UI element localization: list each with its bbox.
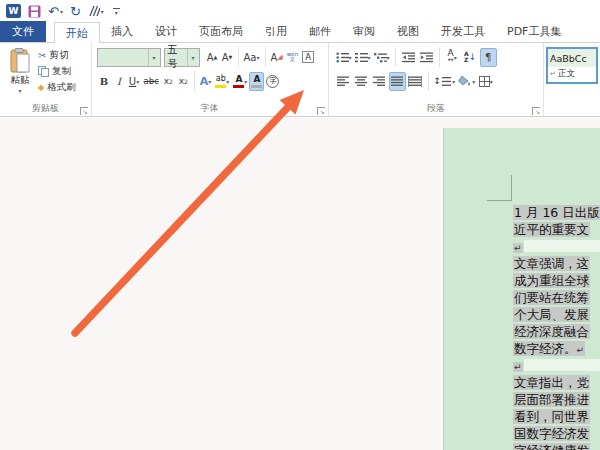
text-line[interactable]: 成为重组全球 <box>513 272 600 289</box>
font-size-dropdown-icon[interactable]: ▾ <box>192 54 195 61</box>
asian-layout-dropdown-icon[interactable]: ▾ <box>454 54 457 61</box>
text-line[interactable]: 个大局、发展 <box>513 306 600 323</box>
justify-icon <box>391 76 403 87</box>
undo-dropdown-icon[interactable]: ▾ <box>60 8 63 15</box>
highlight-dropdown-icon[interactable]: ▾ <box>226 78 229 85</box>
line-spacing-button[interactable]: ↕ ▾ <box>433 72 457 91</box>
show-hide-marks-button[interactable]: ¶ <box>480 48 497 67</box>
align-left-button[interactable] <box>335 72 352 91</box>
text-line[interactable]: 字经济健康发 <box>513 442 600 450</box>
text-line[interactable]: 们要站在统筹 <box>513 289 600 306</box>
tab-design[interactable]: 设计 <box>144 21 188 42</box>
distribute-button[interactable] <box>407 72 424 91</box>
asian-layout-button[interactable]: A ↔ ▾ <box>444 48 461 67</box>
tab-developer[interactable]: 开发工具 <box>430 21 496 42</box>
case-dropdown-icon[interactable]: ▾ <box>257 54 260 61</box>
superscript-button[interactable]: x2 <box>176 72 191 91</box>
tab-references[interactable]: 引用 <box>254 21 298 42</box>
character-shading-button[interactable]: A <box>249 72 264 91</box>
tab-page-layout[interactable]: 页面布局 <box>188 21 254 42</box>
text-effects-icon: A <box>200 75 209 88</box>
underline-button[interactable]: U ▾ <box>127 72 142 91</box>
font-name-dropdown-icon[interactable]: ▾ <box>153 54 156 61</box>
text-line[interactable]: 层面部署推进 <box>513 391 600 408</box>
text-line[interactable]: 1 月 16 日出版 <box>513 204 600 221</box>
numbering-button[interactable]: ▾ <box>354 48 372 67</box>
bullets-dropdown-icon[interactable]: ▾ <box>349 54 352 61</box>
sort-button[interactable]: A Z ↓ <box>462 48 479 67</box>
paragraph-dialog-launcher[interactable]: ↘ <box>532 107 540 115</box>
tab-view[interactable]: 视图 <box>386 21 430 42</box>
character-border-button[interactable]: A <box>300 48 316 67</box>
text-line[interactable]: 经济深度融合 <box>513 323 600 340</box>
strikethrough-button[interactable]: abc <box>142 72 161 91</box>
text-highlight-button[interactable]: ab ▾ <box>213 72 231 91</box>
word-window: W ↶ ▾ ↻ ▾ ▾ 文件 开始 插入 设计 <box>0 0 600 450</box>
ink-dropdown-icon[interactable]: ▾ <box>101 8 104 15</box>
undo-button[interactable]: ↶ ▾ <box>48 4 63 19</box>
paste-dropdown-icon[interactable]: ▾ <box>18 87 21 94</box>
tab-pdf-tools[interactable]: PDF工具集 <box>496 21 572 42</box>
font-size-combo[interactable]: 五号 ▾ <box>164 48 200 67</box>
line-spacing-dropdown-icon[interactable]: ▾ <box>452 78 455 85</box>
italic-button[interactable]: I <box>112 72 127 91</box>
style-normal-item[interactable]: AaBbCc ↵ 正文 <box>546 47 598 84</box>
font-color-button[interactable]: A ▾ <box>231 72 249 91</box>
grow-font-button[interactable]: A▲ <box>205 48 220 67</box>
margin-crop-mark <box>487 200 512 201</box>
underline-dropdown-icon[interactable]: ▾ <box>136 78 139 85</box>
cut-button[interactable]: ✂ 剪切 <box>38 49 76 62</box>
text-line[interactable]: 国数字经济发 <box>513 425 600 442</box>
clear-formatting-button[interactable]: A◢ <box>269 48 285 67</box>
enclose-characters-button[interactable]: 字 <box>264 72 281 91</box>
clipboard-dialog-launcher[interactable]: ↘ <box>80 107 88 115</box>
customize-qat-button[interactable]: ▾ <box>113 8 120 15</box>
increase-indent-button[interactable] <box>418 48 435 67</box>
save-button[interactable] <box>28 5 41 18</box>
tab-file[interactable]: 文件 <box>0 21 46 42</box>
decrease-indent-icon <box>402 52 415 63</box>
font-name-combo[interactable]: ▾ <box>97 48 161 67</box>
font-dialog-launcher[interactable]: ↘ <box>317 107 325 115</box>
tab-review[interactable]: 审阅 <box>342 21 386 42</box>
bold-button[interactable]: B <box>97 72 112 91</box>
shading-button[interactable]: ▾ <box>457 72 476 91</box>
text-line[interactable]: 近平的重要文 <box>513 221 600 238</box>
copy-button[interactable]: 复制 <box>38 65 76 78</box>
phonetic-guide-button[interactable]: wén 文 <box>285 48 300 67</box>
subscript-button[interactable]: x2 <box>161 72 176 91</box>
shrink-font-button[interactable]: A▼ <box>220 48 235 67</box>
numbering-dropdown-icon[interactable]: ▾ <box>368 54 371 61</box>
format-painter-button[interactable]: ◆ 格式刷 <box>38 81 76 94</box>
shading-dropdown-icon[interactable]: ▾ <box>472 78 475 85</box>
tab-home[interactable]: 开始 <box>54 22 100 43</box>
text-line[interactable]: 文章指出，党 <box>513 374 600 391</box>
bullets-button[interactable]: ▾ <box>335 48 353 67</box>
document-area[interactable]: 1 月 16 日出版 近平的重要文 ↵ 文章强调，这 成为重组全球 们要站在统筹… <box>0 118 600 450</box>
text-line[interactable]: 文章强调，这 <box>513 255 600 272</box>
align-center-button[interactable] <box>353 72 370 91</box>
multilevel-dropdown-icon[interactable]: ▾ <box>387 54 390 61</box>
borders-dropdown-icon[interactable]: ▾ <box>490 78 493 85</box>
justify-button[interactable] <box>389 72 406 91</box>
text-effects-dropdown-icon[interactable]: ▾ <box>208 78 211 85</box>
text-line[interactable]: ↵ <box>513 238 600 255</box>
paste-button[interactable]: 粘贴 ▾ <box>2 45 38 103</box>
borders-button[interactable]: ▾ <box>477 72 494 91</box>
redo-button[interactable]: ↻ <box>70 4 81 19</box>
text-line[interactable]: ↵ <box>513 357 600 374</box>
multilevel-list-button[interactable]: ▾ <box>373 48 391 67</box>
document-text[interactable]: 1 月 16 日出版 近平的重要文 ↵ 文章强调，这 成为重组全球 们要站在统筹… <box>513 204 600 450</box>
tab-insert[interactable]: 插入 <box>100 21 144 42</box>
ink-button[interactable]: ▾ <box>88 5 104 17</box>
increase-indent-icon <box>420 52 433 63</box>
document-page[interactable]: 1 月 16 日出版 近平的重要文 ↵ 文章强调，这 成为重组全球 们要站在统筹… <box>443 128 600 450</box>
decrease-indent-button[interactable] <box>400 48 417 67</box>
text-line[interactable]: 看到，同世界 <box>513 408 600 425</box>
tab-mailings[interactable]: 邮件 <box>298 21 342 42</box>
text-line[interactable]: 数字经济。↵ <box>513 340 600 357</box>
change-case-button[interactable]: Aa▾ <box>242 48 262 67</box>
font-color-dropdown-icon[interactable]: ▾ <box>244 78 247 85</box>
text-effects-button[interactable]: A ▾ <box>198 72 214 91</box>
align-right-button[interactable] <box>371 72 388 91</box>
